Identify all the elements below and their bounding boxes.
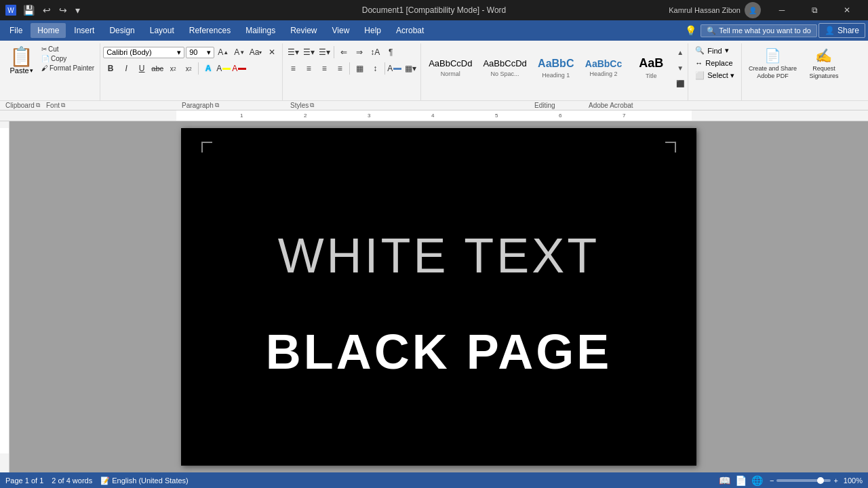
shrink-font-button[interactable]: A▼ [232,45,247,60]
user-avatar: 👤 [745,2,761,18]
paste-label: Paste [9,66,28,75]
minimize-button[interactable]: ─ [766,0,797,20]
black-page-heading[interactable]: BLACK PAGE [266,324,612,380]
language-indicator[interactable]: 📝 English (United States) [100,476,189,485]
style-title[interactable]: AaB Title [628,45,674,91]
font-color-button[interactable]: A [232,61,247,76]
underline-button[interactable]: U [134,61,149,76]
zoom-thumb[interactable] [817,477,824,484]
shading-button[interactable]: A [387,61,402,76]
username: Kamrul Hassan Zibon [669,6,741,14]
columns-button[interactable]: ▦ [352,61,367,76]
user-info[interactable]: Kamrul Hassan Zibon 👤 [669,2,761,18]
copy-button[interactable]: 📄 Copy [39,54,97,63]
font-family-select[interactable]: Calibri (Body) ▾ [103,47,184,58]
find-dropdown-icon[interactable]: ▾ [725,46,729,55]
menu-layout[interactable]: Layout [143,23,181,38]
tell-me-search[interactable]: 🔍 Tell me what you want to do [701,24,817,37]
bold-button[interactable]: B [103,61,118,76]
change-case-button[interactable]: Aa▾ [248,45,263,60]
menu-insert[interactable]: Insert [67,23,101,38]
font-size-select[interactable]: 90 ▾ [186,47,214,58]
align-right-button[interactable]: ≡ [317,61,332,76]
para-expand-icon[interactable]: ⧉ [215,102,219,109]
restore-button[interactable]: ⧉ [799,0,830,20]
format-painter-button[interactable]: 🖌 Format Painter [39,64,97,73]
style-heading1[interactable]: AaBbC Heading 1 [533,45,579,91]
document-area[interactable]: WHITE TEXT BLACK PAGE [9,121,868,472]
text-highlight-button[interactable]: A [216,61,231,76]
justify-button[interactable]: ≡ [332,61,347,76]
redo-button[interactable]: ↪ [56,3,70,17]
zoom-in-button[interactable]: + [833,476,837,485]
show-marks-button[interactable]: ¶ [383,45,398,60]
menu-design[interactable]: Design [102,23,141,38]
superscript-button[interactable]: x2 [181,61,196,76]
clipboard-label[interactable]: Clipboard ⧉ [3,101,43,110]
replace-button[interactable]: ↔ Replace [691,58,738,68]
paragraph-label[interactable]: Paragraph ⧉ [179,101,288,110]
align-left-button[interactable]: ≡ [285,61,300,76]
paste-button[interactable]: 📋 Paste ▾ [5,45,37,77]
menu-help[interactable]: Help [357,23,388,38]
menu-view[interactable]: View [326,23,357,38]
undo-button[interactable]: ↩ [40,3,54,17]
more-quick-access-button[interactable]: ▾ [73,3,83,17]
adobe-label[interactable]: Adobe Acrobat [586,101,636,110]
style-heading2[interactable]: AaBbCc Heading 2 [580,45,627,91]
web-layout-button[interactable]: 🌐 [751,474,764,487]
zoom-track[interactable] [776,479,831,482]
strikethrough-button[interactable]: abc [150,61,165,76]
menu-home[interactable]: Home [31,23,66,38]
select-button[interactable]: ⬜ Select ▾ [691,70,738,81]
styles-label[interactable]: Styles ⧉ [288,101,532,110]
styles-expand[interactable]: ⬛ [675,76,685,91]
editing-label[interactable]: Editing [532,101,586,110]
white-text-heading[interactable]: WHITE TEXT [278,228,600,283]
italic-button[interactable]: I [119,61,134,76]
paste-dropdown-icon[interactable]: ▾ [30,67,33,74]
sort-button[interactable]: ↕A [368,45,382,60]
style-no-spacing[interactable]: AaBbCcDd No Spac... [478,45,531,91]
styles-scroll-down[interactable]: ▼ [675,60,685,75]
find-button[interactable]: 🔍 Find ▾ [691,45,738,56]
adobe-group-content: 📄 Create and ShareAdobe PDF ✍ RequestSig… [745,45,844,99]
increase-indent-button[interactable]: ⇒ [352,45,367,60]
clipboard-group-content: 📋 Paste ▾ ✂ Cut 📄 Copy [5,45,97,99]
font-label[interactable]: Font ⧉ [43,101,179,110]
menu-acrobat[interactable]: Acrobat [389,23,431,38]
zoom-level[interactable]: 100% [844,476,863,485]
menu-references[interactable]: References [182,23,237,38]
decrease-indent-button[interactable]: ⇐ [336,45,351,60]
cut-button[interactable]: ✂ Cut [39,45,97,54]
align-center-button[interactable]: ≡ [301,61,316,76]
numbering-button[interactable]: ☰▾ [301,45,316,60]
ruler-mark-5: 5 [495,113,498,119]
text-effects-button[interactable]: A [201,61,216,76]
multilevel-list-button[interactable]: ☰▾ [317,45,332,60]
zoom-out-button[interactable]: − [770,476,774,485]
read-mode-button[interactable]: 📖 [718,474,732,487]
share-button[interactable]: 👤 Share [818,23,865,38]
bullets-button[interactable]: ☰▾ [285,45,300,60]
line-spacing-button[interactable]: ↕ [368,61,382,76]
request-signatures-button[interactable]: ✍ RequestSignatures [804,45,844,83]
menu-review[interactable]: Review [283,23,323,38]
style-normal[interactable]: AaBbCcDd Normal [424,45,477,91]
styles-scroll-up[interactable]: ▲ [675,45,685,60]
clipboard-expand-icon[interactable]: ⧉ [36,102,40,109]
clear-format-button[interactable]: ✕ [264,45,279,60]
page-content[interactable]: WHITE TEXT BLACK PAGE [181,128,696,466]
print-layout-button[interactable]: 📄 [734,474,748,487]
subscript-button[interactable]: x2 [165,61,180,76]
create-share-pdf-button[interactable]: 📄 Create and ShareAdobe PDF [745,45,801,83]
close-button[interactable]: ✕ [831,0,863,20]
save-button[interactable]: 💾 [20,3,37,17]
ruler-mark-7: 7 [623,113,625,119]
styles-expand-icon[interactable]: ⧉ [310,102,314,109]
menu-file[interactable]: File [3,23,29,38]
menu-mailings[interactable]: Mailings [239,23,282,38]
borders-button[interactable]: ▦▾ [403,61,418,76]
grow-font-button[interactable]: A▲ [216,45,231,60]
font-expand-icon[interactable]: ⧉ [61,102,65,109]
